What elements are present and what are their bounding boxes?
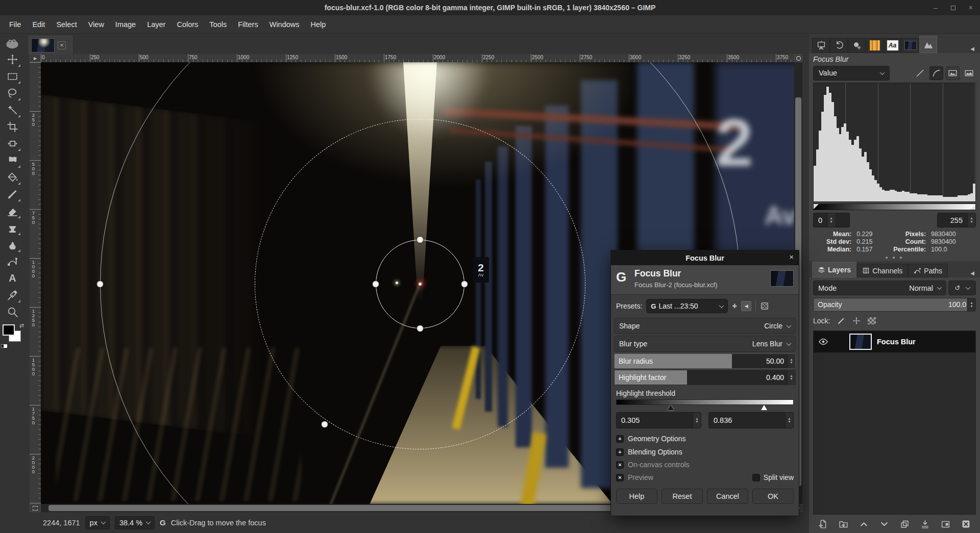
spin-buttons[interactable]: ▴▾ bbox=[693, 413, 701, 428]
menu-edit[interactable]: Edit bbox=[27, 18, 50, 31]
ok-button[interactable]: OK bbox=[752, 489, 794, 504]
histogram-range-slider[interactable] bbox=[813, 204, 976, 210]
image-tab[interactable]: × bbox=[29, 36, 72, 54]
dock-tab-images[interactable] bbox=[901, 38, 919, 53]
checkbox-unchecked-icon[interactable] bbox=[752, 474, 760, 481]
lock-pixels-icon[interactable] bbox=[837, 317, 845, 325]
logarithmic-histogram-button[interactable] bbox=[929, 66, 943, 80]
focus-handle-right[interactable] bbox=[461, 281, 468, 288]
highlight-factor-slider[interactable]: Highlight factor 0.400 ▴▾ bbox=[614, 370, 796, 385]
default-colors-icon[interactable] bbox=[1, 344, 7, 348]
menu-colors[interactable]: Colors bbox=[172, 18, 203, 31]
spin-buttons[interactable]: ▴▾ bbox=[967, 213, 975, 227]
merge-layer-button[interactable] bbox=[918, 517, 933, 531]
dialog-close-icon[interactable]: × bbox=[789, 252, 794, 261]
checkbox-checked-icon[interactable]: × bbox=[616, 461, 624, 469]
opacity-slider[interactable]: Opacity 100.0 ▴▾ bbox=[813, 298, 976, 312]
on-canvas-controls-checkbox[interactable]: × On-canvas controls bbox=[611, 457, 799, 470]
dock-tab-brushes[interactable] bbox=[848, 38, 866, 53]
focus-center-handle[interactable] bbox=[419, 283, 422, 286]
dock-splitter[interactable]: ● ● ● bbox=[813, 255, 976, 261]
compact-view-button[interactable] bbox=[946, 66, 960, 80]
foreground-color-swatch[interactable] bbox=[3, 324, 15, 336]
vertical-ruler[interactable]: 250500750100012501500175020002250 bbox=[30, 62, 41, 504]
fuzzy-select-tool[interactable] bbox=[3, 101, 21, 118]
rectangle-select-tool[interactable] bbox=[3, 68, 21, 85]
blending-options-expander[interactable]: + Blending Options bbox=[611, 444, 799, 457]
focus-handle-bottom[interactable] bbox=[417, 325, 424, 332]
free-select-tool[interactable] bbox=[3, 85, 21, 101]
new-layer-button[interactable] bbox=[815, 517, 830, 531]
spin-buttons[interactable]: ▴▾ bbox=[785, 413, 793, 428]
tab-paths[interactable]: Paths bbox=[908, 264, 948, 277]
zoom-dropdown[interactable]: 38.4 % bbox=[115, 516, 155, 529]
menu-windows[interactable]: Windows bbox=[264, 18, 305, 31]
menu-tools[interactable]: Tools bbox=[204, 18, 232, 31]
horizontal-ruler[interactable]: 0250500750100012501500175020002250250027… bbox=[41, 54, 794, 62]
lock-alpha-icon[interactable] bbox=[868, 317, 876, 324]
split-view-checkbox[interactable]: Split view bbox=[752, 473, 794, 481]
zoom-follow-window-button[interactable] bbox=[794, 54, 802, 62]
manage-presets-button[interactable]: ◀ bbox=[741, 301, 751, 311]
shape-dropdown[interactable]: Shape Circle bbox=[614, 318, 796, 334]
swap-colors-icon[interactable]: ⇄ bbox=[19, 322, 24, 329]
eraser-tool[interactable] bbox=[3, 202, 21, 219]
delete-layer-button[interactable] bbox=[959, 517, 974, 531]
layer-row[interactable]: Focus Blur bbox=[814, 331, 975, 352]
duplicate-layer-button[interactable] bbox=[897, 517, 913, 531]
channel-dropdown[interactable]: Value bbox=[813, 66, 890, 81]
preview-checkbox[interactable]: × Preview Split view bbox=[611, 470, 799, 483]
smudge-tool[interactable] bbox=[3, 236, 21, 253]
geometry-options-expander[interactable]: + Geometry Options bbox=[611, 430, 799, 444]
focus-handle-top[interactable] bbox=[417, 237, 424, 243]
visibility-eye-icon[interactable] bbox=[817, 337, 830, 347]
menu-image[interactable]: Image bbox=[110, 18, 141, 31]
paths-tool[interactable] bbox=[3, 253, 21, 270]
add-preset-button[interactable]: + bbox=[732, 301, 737, 311]
threshold-gradient-slider[interactable] bbox=[616, 399, 794, 405]
unit-dropdown[interactable]: px bbox=[85, 516, 110, 529]
dock-tab-patterns[interactable] bbox=[866, 38, 884, 53]
expand-plus-icon[interactable]: + bbox=[616, 435, 624, 443]
dock-tab-undo-history[interactable] bbox=[830, 38, 848, 53]
tab-layers[interactable]: Layers bbox=[812, 262, 856, 277]
range-low-input[interactable]: 0 ▴▾ bbox=[813, 213, 850, 227]
menu-help[interactable]: Help bbox=[306, 18, 331, 31]
mode-extra-buttons[interactable]: ↺ bbox=[948, 281, 976, 295]
range-high-input[interactable]: 255 ▴▾ bbox=[937, 213, 976, 227]
quick-mask-button[interactable] bbox=[30, 504, 41, 512]
close-button[interactable]: × bbox=[969, 4, 973, 11]
move-tool[interactable] bbox=[3, 51, 21, 68]
bucket-fill-tool[interactable] bbox=[3, 169, 21, 186]
blur-radius-slider[interactable]: Blur radius 50.00 ▴▾ bbox=[614, 353, 796, 369]
spin-buttons[interactable]: ▴▾ bbox=[787, 370, 795, 385]
checkbox-checked-icon[interactable]: × bbox=[616, 474, 624, 481]
preset-dropdown[interactable]: G Last ...23:50 bbox=[646, 299, 728, 313]
maximize-button[interactable] bbox=[951, 6, 955, 10]
lock-position-icon[interactable] bbox=[852, 317, 861, 325]
title-bar[interactable]: focus-blur.xcf-1.0 (RGB color 8-bit gamm… bbox=[0, 0, 980, 15]
threshold-low-marker[interactable] bbox=[668, 405, 674, 410]
spin-buttons[interactable]: ▴▾ bbox=[787, 354, 795, 368]
zoom-tool[interactable] bbox=[3, 303, 21, 320]
dock-tab-fonts[interactable]: Aa bbox=[884, 38, 901, 53]
threshold-low-input[interactable]: 0.305 ▴▾ bbox=[616, 412, 701, 428]
expanded-view-button[interactable] bbox=[962, 66, 976, 80]
mode-dropdown[interactable]: Mode Normal bbox=[813, 281, 946, 295]
tab-channels[interactable]: Channels bbox=[856, 264, 908, 277]
help-button[interactable]: Help bbox=[616, 489, 657, 504]
panel-menu-icon[interactable]: ◀ bbox=[968, 44, 977, 53]
focus-midpoint-handle[interactable] bbox=[322, 421, 328, 428]
text-tool[interactable]: A bbox=[3, 270, 21, 287]
menu-select[interactable]: Select bbox=[51, 18, 82, 31]
cancel-button[interactable]: Cancel bbox=[707, 489, 748, 504]
spin-buttons[interactable]: ▴▾ bbox=[967, 298, 975, 311]
panel-menu-icon[interactable]: ◀ bbox=[968, 268, 977, 277]
minimize-button[interactable]: – bbox=[934, 4, 938, 11]
linear-histogram-button[interactable] bbox=[913, 66, 927, 80]
range-slider-left-marker[interactable] bbox=[814, 204, 819, 209]
ruler-corner-button[interactable]: ▶ bbox=[30, 54, 41, 62]
expand-plus-icon[interactable]: + bbox=[616, 448, 624, 456]
range-slider-right-marker[interactable] bbox=[970, 205, 975, 210]
paintbrush-tool[interactable] bbox=[3, 186, 21, 202]
